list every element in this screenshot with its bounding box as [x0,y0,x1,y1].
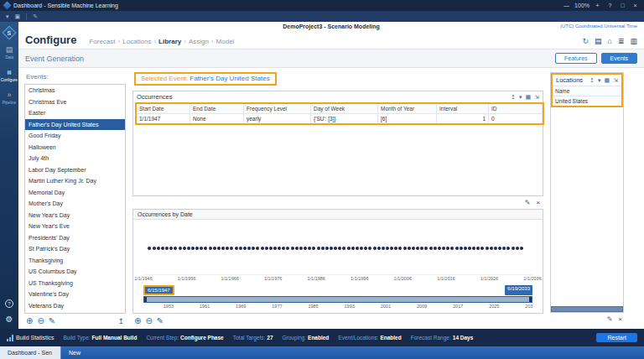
edit-occurrences-button[interactable]: ✎ [157,317,164,325]
event-list-item[interactable]: Christmas Eve [25,96,125,108]
sidebar-item-data[interactable]: ▤ Data [5,46,14,60]
add-occurrence-button[interactable]: ⊕ [134,317,141,325]
occurrence-dot [394,247,397,250]
events-panel: Events: ChristmasChristmas EveEasterFath… [24,72,126,325]
status-field-label: Build Type: [64,335,91,341]
event-list-item[interactable]: St Patrick's Day [25,243,125,255]
axis-tick-label: 1/1/1966 [221,276,238,281]
layers-icon[interactable]: ≣ [618,37,625,45]
event-list-item[interactable]: Labor Day September [25,164,125,176]
help-icon[interactable]: ? [605,3,615,8]
sync-icon[interactable]: ↻ [582,37,589,45]
home-icon[interactable]: ⌂ [608,37,612,45]
column-header-day-of-week[interactable]: Day of Week [311,104,378,114]
expand-icon[interactable]: ⇲ [534,94,539,101]
delete-occurrence-button[interactable]: × [536,199,540,206]
display-icon[interactable]: ▥ [630,37,637,45]
chevron-down-icon[interactable]: ▾ [519,94,522,101]
dropdown-icon[interactable]: ▾ [6,13,9,20]
restart-button[interactable]: Restart [596,333,637,342]
column-header-interval[interactable]: Interval [437,104,489,114]
event-list-item[interactable]: Good Friday [25,130,125,142]
event-list-item[interactable]: US Thanksgiving [25,278,125,289]
events-button[interactable]: Events [601,53,637,64]
sidebar-item-pipeline[interactable]: » Pipeline [2,91,17,105]
event-list-item[interactable]: Memorial Day [25,187,125,199]
event-list-item[interactable]: Presidents' Day [25,232,125,244]
edit-event-button[interactable]: ✎ [49,317,55,325]
breadcrumb: Forecast›Locations›Library›Assign›Model [86,38,236,45]
export-icon[interactable]: ↥ [589,77,595,84]
settings-gear-icon[interactable]: ⚙ [6,315,13,324]
occurrences-toolbar: ⊕ ⊖ ✎ [132,314,543,325]
breadcrumb-item-assign[interactable]: Assign [189,38,209,45]
column-header-id[interactable]: ID [489,104,543,114]
remove-event-button[interactable]: ⊖ [37,317,44,325]
add-event-button[interactable]: ⊕ [26,317,33,325]
upload-icon[interactable]: ↥ [117,317,124,325]
close-icon[interactable]: × [631,3,640,8]
brush-slider[interactable] [143,296,532,303]
column-header-end-date[interactable]: End Date [190,104,244,114]
location-row[interactable]: United States [553,96,621,106]
event-list-item[interactable]: US Columbus Day [25,266,125,278]
taskbar-tab-dashboard-sen[interactable]: Dashboard - Sen [0,346,60,359]
sidebar-item-configure[interactable]: ≡ Configure [0,69,18,82]
chevron-down-icon[interactable]: ▾ [598,77,601,84]
event-list-item[interactable]: Veterans Day [25,300,125,312]
event-list-item[interactable]: Valentine's Day [25,289,125,300]
event-list-item[interactable]: New Year's Eve [25,221,125,232]
edit-occurrence-button[interactable]: ✎ [525,199,531,206]
locations-column-header[interactable]: Name [553,86,621,96]
export-icon[interactable]: ↥ [511,94,516,101]
occurrence-dot [486,247,489,250]
grid-icon[interactable]: ▦ [605,77,610,84]
event-list-item[interactable]: New Year's Day [25,210,125,221]
event-list-item[interactable]: Halloween [25,142,125,153]
breadcrumb-item-forecast[interactable]: Forecast [89,38,115,45]
column-header-month-of-year[interactable]: Month of Year [378,104,437,114]
document-icon[interactable]: ▤ [595,37,602,45]
breadcrumb-item-library[interactable]: Library [158,38,181,45]
features-button[interactable]: Features [555,53,597,64]
breadcrumb-item-model[interactable]: Model [216,38,235,45]
occurrence-dot [291,247,294,250]
events-list: ChristmasChristmas EveEasterFather's Day… [24,84,126,314]
zoom-in-icon[interactable]: + [593,3,602,8]
breadcrumb-separator: › [211,38,214,45]
event-list-item[interactable]: Thanksgiving [25,255,125,267]
delete-location-button[interactable]: × [618,315,622,323]
save-icon[interactable]: ▣ [15,13,21,20]
event-list-item[interactable]: Christmas [25,85,125,96]
brush-tick-label: 2009 [417,304,427,309]
event-list-item[interactable]: Martin Luther King Jr. Day [25,175,125,187]
column-header-frequency-level[interactable]: Frequency Level [244,104,311,114]
grid-icon[interactable]: ▦ [526,94,532,101]
expand-icon[interactable]: ⇲ [613,77,618,84]
help-circle-icon[interactable]: ? [5,299,13,308]
occurrence-dot [217,247,221,250]
event-list-item[interactable]: Mother's Day [25,198,125,210]
occurrence-dot [230,247,233,250]
column-header-start-date[interactable]: Start Date [137,104,190,114]
occurrences-table-highlight: Start DateEnd DateFrequency LevelDay of … [135,102,544,125]
taskbar-tab-new[interactable]: New [60,346,88,359]
event-list-item[interactable]: Easter [25,107,125,119]
maximize-icon[interactable]: □ [618,3,627,8]
edit-location-button[interactable]: ✎ [607,315,613,323]
event-list-item[interactable]: July 4th [25,153,125,164]
zoom-out-icon[interactable]: — [562,3,571,8]
brand-logo-icon[interactable]: S [3,26,17,40]
brush-right-handle[interactable] [529,297,532,302]
edit-icon[interactable]: ✎ [33,13,38,20]
occurrence-dot [390,247,393,250]
occurrence-dot [295,247,299,250]
locations-scrollbar[interactable] [551,306,623,312]
event-list-item[interactable]: Father's Day United States [25,119,125,131]
occurrences-data-row[interactable]: 1/1/1947Noneyearly{'SU': [3]}[6]10 [137,114,543,123]
status-field: Event/Locations:Enabled [338,335,401,341]
axis-tick-label: 1/1/2026 [480,276,498,281]
breadcrumb-item-locations[interactable]: Locations [122,38,151,45]
brush-left-handle[interactable] [144,297,147,302]
remove-occurrence-button[interactable]: ⊖ [145,317,152,325]
